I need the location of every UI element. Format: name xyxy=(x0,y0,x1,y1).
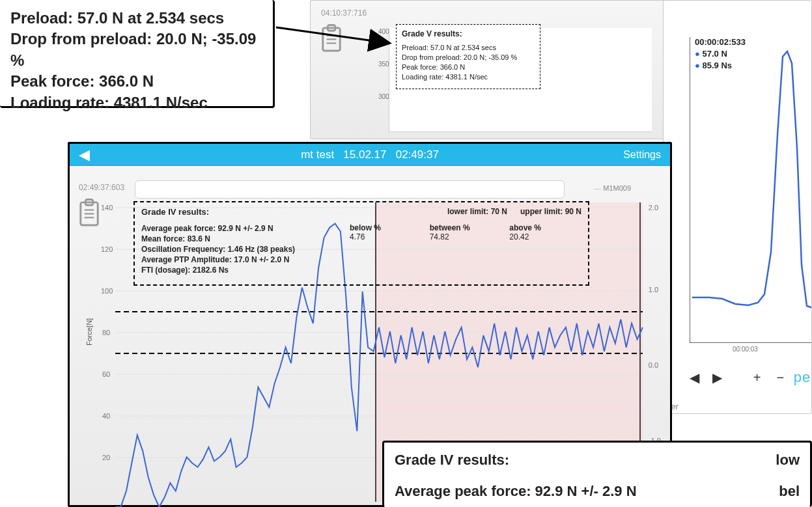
lower-limit: lower limit: 70 N xyxy=(447,206,507,218)
hdr-below: below % xyxy=(350,223,422,232)
zoom-in-icon[interactable]: + xyxy=(748,370,767,385)
giv-line: Mean force: 83.6 N xyxy=(141,234,350,244)
callout-line: Peak force: 366.0 N xyxy=(10,71,262,92)
chart-legend: — M1M009 xyxy=(579,184,631,192)
ytick: 400 xyxy=(378,28,389,35)
grade-v-title: Grade V results: xyxy=(402,29,535,39)
app-title: mt test 15.02.17 02:49:37 xyxy=(301,148,439,161)
settings-link[interactable]: Settings xyxy=(623,149,661,161)
ytick: 80 xyxy=(102,329,110,336)
partial-text: pe xyxy=(794,369,811,386)
partial-bel: bel xyxy=(779,482,800,501)
timestamp-top: 04:10:37:716 xyxy=(321,8,367,18)
y-axis-label: Force[N] xyxy=(85,318,93,346)
callout-title: Grade IV results: xyxy=(395,450,509,470)
back-arrow-icon[interactable]: ◀ xyxy=(79,146,90,163)
upper-limit: upper limit: 90 N xyxy=(520,206,581,218)
right-ytick: 1.0 xyxy=(649,286,658,294)
callout-line: Drop from preload: 20.0 N; -35.09 % xyxy=(10,29,262,71)
callout-line: Average peak force: 92.9 N +/- 2.9 N xyxy=(395,482,637,501)
val-below: 4.76 xyxy=(350,232,422,241)
right-ytick: 0.0 xyxy=(649,361,658,369)
ytick: 100 xyxy=(101,287,113,295)
callout-line: Preload: 57.0 N at 2.534 secs xyxy=(10,8,262,29)
grade-iv-results-box: Grade IV results: lower limit: 70 N uppe… xyxy=(133,201,589,286)
small-chart xyxy=(690,37,812,343)
callout-grade-v: Preload: 57.0 N at 2.534 secs Drop from … xyxy=(0,0,275,108)
val-between: 74.82 xyxy=(430,232,502,241)
callout-line: Loading rate: 4381.1 N/sec xyxy=(10,92,262,113)
search-input[interactable] xyxy=(135,180,565,199)
giv-line: Average peak force: 92.9 N +/- 2.9 N xyxy=(141,223,350,234)
ytick: 40 xyxy=(102,412,110,420)
zoom-out-icon[interactable]: − xyxy=(770,370,790,385)
ytick: 20 xyxy=(102,454,110,461)
giv-line: Average PTP Amplitude: 17.0 N +/- 2.0 N xyxy=(141,254,350,265)
ytick: 140 xyxy=(101,204,113,212)
main-timestamp: 02:49:37:603 xyxy=(79,183,124,192)
ytick: 300 xyxy=(378,93,389,100)
partial-low: low xyxy=(776,450,800,470)
hdr-between: between % xyxy=(430,223,502,232)
hdr-above: above % xyxy=(509,223,581,232)
grade-v-results-box: Grade V results: Preload: 57.0 N at 2.53… xyxy=(396,24,540,89)
prev-icon[interactable]: ◀ xyxy=(684,370,704,385)
panel-grade-v: 04:10:37:716 400 350 300 Grade V results… xyxy=(310,0,672,139)
ytick: 350 xyxy=(378,61,389,68)
small-chart-xtick: 00:00:03 xyxy=(733,346,758,353)
ytick: 60 xyxy=(102,370,110,378)
grade-v-line: Preload: 57.0 N at 2.534 secs xyxy=(402,43,535,53)
grade-v-line: Loading rate: 4381.1 N/sec xyxy=(402,72,535,82)
panel-small-chart: 00:00:02:533 ● 57.0 N ● 85.9 Ns 00:00:03… xyxy=(663,0,812,414)
giv-line: Oscillation Frequency: 1.46 Hz (38 peaks… xyxy=(141,244,350,254)
ytick: 120 xyxy=(101,245,113,253)
right-ytick: 2.0 xyxy=(649,204,658,212)
val-above: 20.42 xyxy=(509,232,581,241)
giv-line: FTI (dosage): 2182.6 Ns xyxy=(141,265,350,275)
app-topbar: ◀ mt test 15.02.17 02:49:37 Settings xyxy=(70,144,670,166)
grade-iv-title: Grade IV results: xyxy=(141,206,209,218)
grade-v-line: Peak force: 366.0 N xyxy=(402,62,535,72)
clipboard-icon[interactable] xyxy=(320,24,343,53)
grade-v-line: Drop from preload: 20.0 N; -35.09 % xyxy=(402,53,535,62)
clipboard-icon[interactable] xyxy=(77,199,101,227)
next-icon[interactable]: ▶ xyxy=(708,370,727,385)
callout-grade-iv: Grade IV results: low Average peak force… xyxy=(382,441,812,507)
chart-controls: ◀ ▶ + − pe xyxy=(684,369,811,386)
